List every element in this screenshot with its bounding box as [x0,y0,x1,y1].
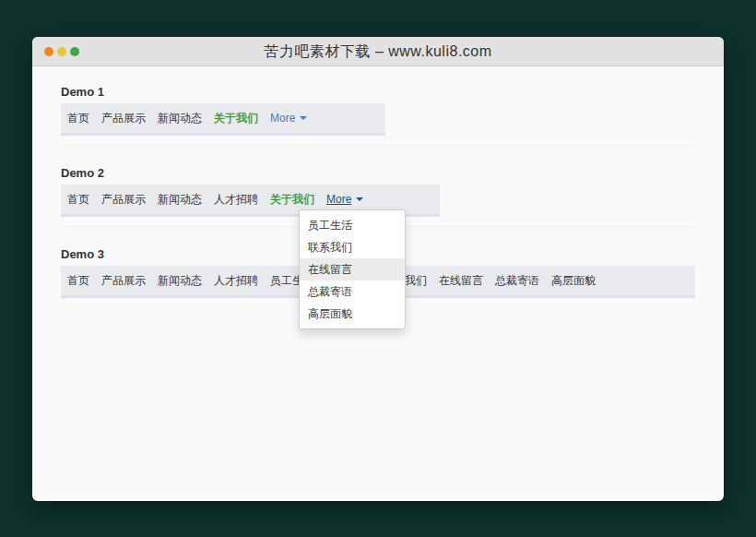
zoom-button[interactable] [70,47,79,56]
nav-item-label: More [270,112,295,125]
section-divider [61,145,695,146]
nav-item[interactable]: 高层面貌 [551,265,596,297]
nav-item-more[interactable]: More [270,102,307,135]
dropdown-item[interactable]: 联系我们 [300,236,405,258]
nav-item-more[interactable]: More员工生活联系我们在线留言总裁寄语高层面貌 [326,184,363,216]
nav-item-label: 人才招聘 [214,193,258,206]
nav-item-label: 产品展示 [101,193,146,206]
nav-item-label: 总裁寄语 [495,274,539,287]
minimize-button[interactable] [57,47,66,56]
nav-item[interactable]: 首页 [67,265,89,297]
nav-item-label: 在线留言 [439,274,483,287]
close-button[interactable] [44,47,53,56]
traffic-lights [44,47,79,56]
nav-item[interactable]: 产品展示 [101,184,146,216]
nav-item-label: 产品展示 [101,112,146,125]
dropdown-item[interactable]: 员工生活 [300,214,405,236]
more-dropdown-menu: 员工生活联系我们在线留言总裁寄语高层面貌 [299,209,406,329]
navbar: 首页产品展示新闻动态关于我们More [61,103,385,136]
nav-item[interactable]: 人才招聘 [214,184,258,216]
demo-section: Demo 1首页产品展示新闻动态关于我们More [61,85,695,146]
window-titlebar: 苦力吧素材下载 – www.kuli8.com [32,37,724,66]
demo-sections: Demo 1首页产品展示新闻动态关于我们MoreDemo 2首页产品展示新闻动态… [61,85,695,298]
caret-down-icon [300,116,307,120]
nav-item-label: 关于我们 [214,112,258,125]
nav-item[interactable]: 首页 [67,102,89,135]
dropdown-item[interactable]: 在线留言 [300,258,405,280]
nav-item[interactable]: 人才招聘 [214,265,258,297]
nav-item[interactable]: 新闻动态 [158,102,202,135]
window-title: 苦力吧素材下载 – www.kuli8.com [32,37,724,66]
nav-item-label: 首页 [67,112,89,125]
nav-item-label: 首页 [67,193,89,206]
navbar: 首页产品展示新闻动态人才招聘关于我们More员工生活联系我们在线留言总裁寄语高层… [61,185,440,217]
demo-label: Demo 1 [61,85,695,99]
nav-item-label: 首页 [67,274,89,287]
nav-item[interactable]: 总裁寄语 [495,265,539,297]
nav-item-label: 关于我们 [270,193,314,206]
dropdown-item[interactable]: 总裁寄语 [300,280,405,303]
nav-item-label: More [326,193,351,206]
nav-item[interactable]: 新闻动态 [158,265,202,297]
browser-window: 苦力吧素材下载 – www.kuli8.com Demo 1首页产品展示新闻动态… [32,37,724,501]
caret-down-icon [356,197,363,201]
nav-item-label: 产品展示 [101,274,146,287]
nav-item[interactable]: 产品展示 [101,265,146,297]
page-content: Demo 1首页产品展示新闻动态关于我们MoreDemo 2首页产品展示新闻动态… [32,66,724,316]
nav-item-label: 新闻动态 [158,112,202,125]
dropdown-item[interactable]: 高层面貌 [300,303,405,325]
demo-section: Demo 2首页产品展示新闻动态人才招聘关于我们More员工生活联系我们在线留言… [61,166,695,227]
nav-item[interactable]: 关于我们 [214,102,258,135]
nav-item[interactable]: 新闻动态 [158,184,202,216]
nav-item-label: 高层面貌 [551,274,596,287]
demo-label: Demo 2 [61,166,695,180]
nav-item-label: 人才招聘 [214,274,258,287]
nav-item-label: 新闻动态 [158,274,202,287]
nav-item[interactable]: 首页 [67,184,89,216]
nav-item-label: 新闻动态 [158,193,202,206]
nav-item[interactable]: 产品展示 [101,102,146,135]
nav-item[interactable]: 在线留言 [439,265,483,297]
